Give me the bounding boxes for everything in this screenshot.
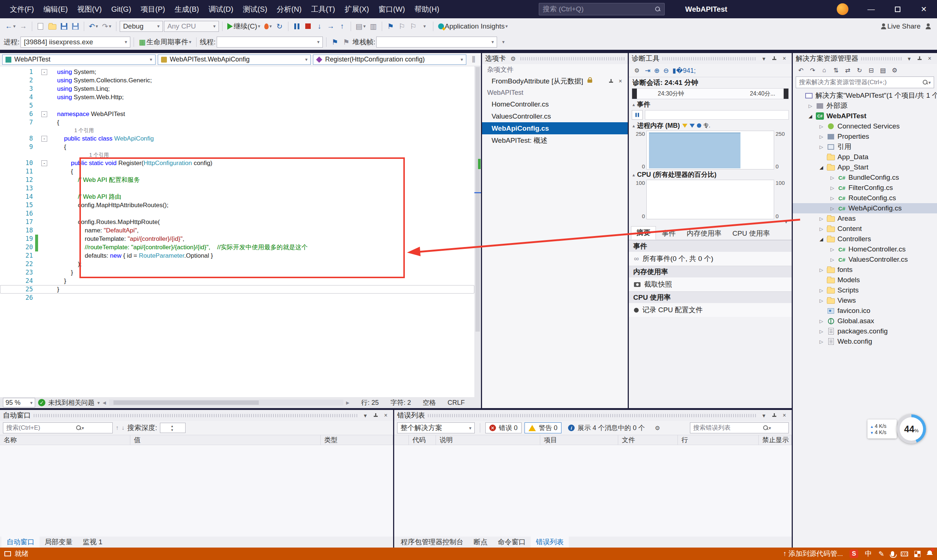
code-line[interactable]: 11 { xyxy=(0,167,474,176)
code-line[interactable]: 10- public static void Register(HttpConf… xyxy=(0,159,474,167)
new-file-button[interactable] xyxy=(35,20,46,32)
expander-icon[interactable]: ▷ xyxy=(806,103,815,109)
expander-icon[interactable]: ▷ xyxy=(828,257,837,262)
fold-margin[interactable] xyxy=(38,85,51,93)
chart-icon[interactable]: ▮�941; xyxy=(672,67,695,75)
back-icon[interactable]: ↶ xyxy=(796,66,806,75)
code-line[interactable]: 18 name: "DefaultApi", xyxy=(0,226,474,235)
menu-item[interactable]: 项目(P) xyxy=(136,0,170,18)
save-all-button[interactable] xyxy=(70,20,80,32)
breakpoint-margin[interactable] xyxy=(0,110,11,118)
close-button[interactable]: ✕ xyxy=(911,0,937,18)
refresh-icon[interactable]: ↻ xyxy=(854,66,865,75)
space-mode-indicator[interactable]: 空格 xyxy=(423,398,436,407)
restart-button[interactable]: ↻ xyxy=(274,20,285,32)
expander-icon[interactable]: ▷ xyxy=(817,124,826,129)
tree-item[interactable]: ▷Content xyxy=(793,224,937,234)
zoom-out-icon[interactable]: ⊖ xyxy=(663,67,669,75)
step-over-button[interactable]: → xyxy=(326,20,336,32)
code-line[interactable]: 12 // Web API 配置和服务 xyxy=(0,176,474,184)
sync-icon[interactable]: ⇄ xyxy=(843,66,853,75)
fold-margin[interactable] xyxy=(38,184,51,192)
error-list-body[interactable] xyxy=(394,445,792,537)
process-dropdown[interactable]: [39884] iisexpress.exe▾ xyxy=(20,37,130,48)
close-icon[interactable]: × xyxy=(382,412,390,419)
tree-item[interactable]: favicon.ico xyxy=(793,306,937,316)
diagnostics-tab[interactable]: 摘要 xyxy=(631,226,656,240)
member-dropdown[interactable]: Register(HttpConfiguration config)▾ xyxy=(313,55,466,65)
tree-item[interactable]: ▷Views xyxy=(793,295,937,306)
zoom-dropdown[interactable]: 95 %▾ xyxy=(3,398,35,408)
scroll-left-arrow[interactable]: ◂ xyxy=(103,398,106,407)
code-line[interactable]: 1-using System; xyxy=(0,68,474,76)
breakpoint-margin[interactable] xyxy=(0,268,11,277)
expander-icon[interactable]: ▷ xyxy=(828,247,837,252)
hot-reload-button[interactable]: ▾ xyxy=(263,20,274,32)
document-tab[interactable]: WebAPITest: 概述 xyxy=(482,134,628,146)
cpu-section-header[interactable]: ▴CPU (所有处理器的百分比) xyxy=(629,169,792,180)
column-header[interactable]: 行 xyxy=(678,435,759,445)
navigate-forward-button[interactable]: → xyxy=(18,20,29,32)
fold-margin[interactable] xyxy=(38,218,51,226)
redo-button[interactable]: ↷▾ xyxy=(101,20,113,32)
menu-item[interactable]: 生成(B) xyxy=(170,0,204,18)
expander-icon[interactable]: ▷ xyxy=(817,298,826,303)
flag-thread-button[interactable]: ⚑ xyxy=(330,36,340,48)
document-tab[interactable]: HomeController.cs xyxy=(482,98,628,110)
breakpoint-margin[interactable] xyxy=(0,294,11,302)
column-header[interactable]: 值 xyxy=(130,435,321,445)
step-out-button[interactable]: ↑ xyxy=(337,20,347,32)
chevron-down-icon[interactable]: ▾ xyxy=(905,55,914,62)
gear-icon[interactable]: ⚙ xyxy=(509,55,517,62)
tree-item[interactable]: ▷C#ValuesController.cs xyxy=(793,254,937,265)
breakpoint-margin[interactable] xyxy=(0,235,11,243)
fold-margin[interactable] xyxy=(38,268,51,277)
diagnostics-tab[interactable]: 事件 xyxy=(657,227,681,240)
code-line[interactable]: 9 { xyxy=(0,143,474,151)
diagnostics-tab[interactable]: 内存使用率 xyxy=(682,227,726,240)
network-speed-widget[interactable]: ▲4 K/s ▼4 K/s xyxy=(868,420,897,438)
fold-margin[interactable]: - xyxy=(38,159,51,167)
scroll-right-arrow[interactable]: ▸ xyxy=(346,398,349,407)
fold-marker[interactable]: - xyxy=(42,160,47,166)
tree-item[interactable]: ◢C#WebAPITest xyxy=(793,111,937,121)
breakpoint-margin[interactable] xyxy=(0,209,11,218)
scrollbar-thumb[interactable] xyxy=(475,67,480,332)
take-snapshot-row[interactable]: 截取快照 xyxy=(629,277,792,291)
breakpoint-margin[interactable] xyxy=(0,226,11,235)
code-line[interactable]: 25} xyxy=(0,285,474,294)
tree-item[interactable]: 解决方案"WebAPITest"(1 个项目/共 1 个) xyxy=(793,91,937,101)
percent-widget[interactable]: 44% xyxy=(897,414,926,444)
solution-search-input[interactable] xyxy=(799,79,922,86)
code-line[interactable]: 24 } xyxy=(0,277,474,285)
ime-mode-indicator[interactable]: 中 xyxy=(865,549,872,558)
autos-search-input[interactable] xyxy=(6,424,76,432)
code-line[interactable]: 15 config.MapHttpAttributeRoutes(); xyxy=(0,201,474,209)
breakpoint-margin[interactable] xyxy=(0,218,11,226)
menu-item[interactable]: 工具(T) xyxy=(306,0,340,18)
type-dropdown[interactable]: WebAPITest.WebApiConfig▾ xyxy=(158,55,311,65)
tree-item[interactable]: ▷Areas xyxy=(793,213,937,224)
breakpoint-margin[interactable] xyxy=(0,134,11,143)
breakpoint-margin[interactable] xyxy=(0,102,11,110)
expander-icon[interactable]: ▷ xyxy=(828,175,837,180)
stackframe-dropdown[interactable]: ▾ xyxy=(376,37,497,48)
fold-margin[interactable] xyxy=(38,294,51,302)
code-line[interactable]: 2using System.Collections.Generic; xyxy=(0,76,474,85)
tree-item[interactable]: App_Data xyxy=(793,152,937,162)
solution-search-box[interactable]: ▾ xyxy=(796,77,934,88)
breakpoint-margin[interactable] xyxy=(0,85,11,93)
panel-tab[interactable]: 局部变量 xyxy=(40,537,78,548)
search-depth-spinner[interactable]: ▴▾ xyxy=(160,423,186,433)
minimize-button[interactable]: — xyxy=(858,0,884,18)
tree-item[interactable]: ▷packages.config xyxy=(793,326,937,336)
pause-events-button[interactable] xyxy=(632,110,643,120)
break-all-button[interactable] xyxy=(292,20,302,32)
messages-filter-button[interactable]: i展示 4 个消息中的 0 个 xyxy=(565,422,649,433)
open-file-button[interactable] xyxy=(47,20,58,32)
search-down-button[interactable]: ↓ xyxy=(122,425,125,431)
fold-margin[interactable] xyxy=(38,201,51,209)
breakpoint-margin[interactable] xyxy=(0,176,11,184)
tree-item[interactable]: ▷引用 xyxy=(793,142,937,152)
code-line[interactable]: 5 xyxy=(0,102,474,110)
